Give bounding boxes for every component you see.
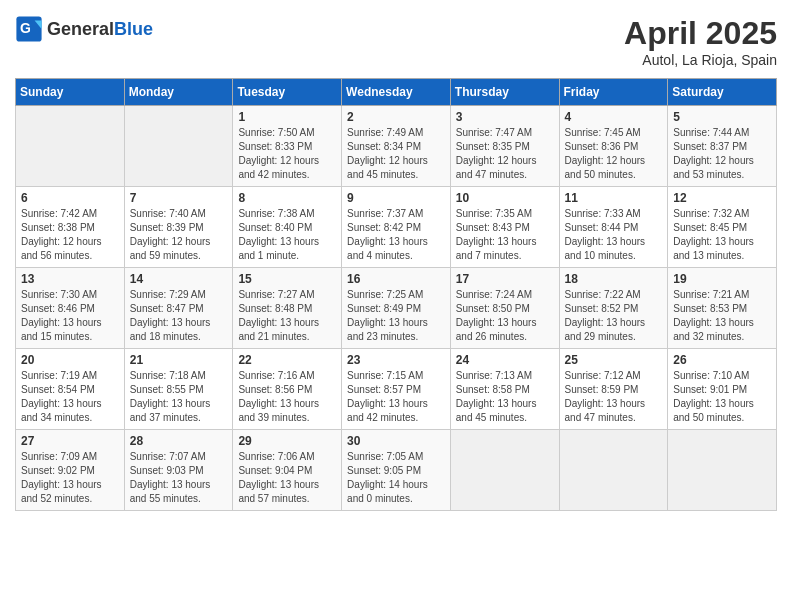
calendar-cell: 11Sunrise: 7:33 AM Sunset: 8:44 PM Dayli… [559,187,668,268]
calendar-header-cell: Monday [124,79,233,106]
calendar-cell: 26Sunrise: 7:10 AM Sunset: 9:01 PM Dayli… [668,349,777,430]
calendar-cell: 8Sunrise: 7:38 AM Sunset: 8:40 PM Daylig… [233,187,342,268]
calendar-cell: 10Sunrise: 7:35 AM Sunset: 8:43 PM Dayli… [450,187,559,268]
day-info: Sunrise: 7:33 AM Sunset: 8:44 PM Dayligh… [565,207,663,263]
day-number: 13 [21,272,119,286]
day-number: 26 [673,353,771,367]
calendar-cell: 14Sunrise: 7:29 AM Sunset: 8:47 PM Dayli… [124,268,233,349]
calendar-week-row: 6Sunrise: 7:42 AM Sunset: 8:38 PM Daylig… [16,187,777,268]
day-number: 12 [673,191,771,205]
day-number: 17 [456,272,554,286]
logo-icon: G [15,15,43,43]
calendar-cell: 9Sunrise: 7:37 AM Sunset: 8:42 PM Daylig… [342,187,451,268]
calendar-body: 1Sunrise: 7:50 AM Sunset: 8:33 PM Daylig… [16,106,777,511]
day-number: 11 [565,191,663,205]
calendar-cell: 1Sunrise: 7:50 AM Sunset: 8:33 PM Daylig… [233,106,342,187]
day-info: Sunrise: 7:16 AM Sunset: 8:56 PM Dayligh… [238,369,336,425]
calendar-cell: 15Sunrise: 7:27 AM Sunset: 8:48 PM Dayli… [233,268,342,349]
day-number: 23 [347,353,445,367]
calendar-cell [668,430,777,511]
calendar-cell: 6Sunrise: 7:42 AM Sunset: 8:38 PM Daylig… [16,187,125,268]
location-title: Autol, La Rioja, Spain [624,52,777,68]
day-info: Sunrise: 7:09 AM Sunset: 9:02 PM Dayligh… [21,450,119,506]
calendar-cell: 12Sunrise: 7:32 AM Sunset: 8:45 PM Dayli… [668,187,777,268]
day-info: Sunrise: 7:13 AM Sunset: 8:58 PM Dayligh… [456,369,554,425]
calendar-cell: 22Sunrise: 7:16 AM Sunset: 8:56 PM Dayli… [233,349,342,430]
day-number: 15 [238,272,336,286]
calendar-cell [124,106,233,187]
day-number: 27 [21,434,119,448]
calendar-header-cell: Wednesday [342,79,451,106]
calendar-week-row: 20Sunrise: 7:19 AM Sunset: 8:54 PM Dayli… [16,349,777,430]
calendar-week-row: 13Sunrise: 7:30 AM Sunset: 8:46 PM Dayli… [16,268,777,349]
calendar-cell: 25Sunrise: 7:12 AM Sunset: 8:59 PM Dayli… [559,349,668,430]
day-number: 22 [238,353,336,367]
day-info: Sunrise: 7:10 AM Sunset: 9:01 PM Dayligh… [673,369,771,425]
day-number: 8 [238,191,336,205]
calendar-cell: 21Sunrise: 7:18 AM Sunset: 8:55 PM Dayli… [124,349,233,430]
calendar-cell: 18Sunrise: 7:22 AM Sunset: 8:52 PM Dayli… [559,268,668,349]
day-number: 25 [565,353,663,367]
day-number: 10 [456,191,554,205]
calendar-cell: 23Sunrise: 7:15 AM Sunset: 8:57 PM Dayli… [342,349,451,430]
calendar-cell: 17Sunrise: 7:24 AM Sunset: 8:50 PM Dayli… [450,268,559,349]
calendar-cell: 16Sunrise: 7:25 AM Sunset: 8:49 PM Dayli… [342,268,451,349]
calendar-cell: 2Sunrise: 7:49 AM Sunset: 8:34 PM Daylig… [342,106,451,187]
calendar-header-row: SundayMondayTuesdayWednesdayThursdayFrid… [16,79,777,106]
day-info: Sunrise: 7:40 AM Sunset: 8:39 PM Dayligh… [130,207,228,263]
day-info: Sunrise: 7:42 AM Sunset: 8:38 PM Dayligh… [21,207,119,263]
logo-general: General [47,19,114,39]
day-number: 4 [565,110,663,124]
day-info: Sunrise: 7:47 AM Sunset: 8:35 PM Dayligh… [456,126,554,182]
day-number: 18 [565,272,663,286]
day-number: 1 [238,110,336,124]
day-info: Sunrise: 7:30 AM Sunset: 8:46 PM Dayligh… [21,288,119,344]
day-number: 16 [347,272,445,286]
calendar-header-cell: Friday [559,79,668,106]
day-info: Sunrise: 7:21 AM Sunset: 8:53 PM Dayligh… [673,288,771,344]
day-info: Sunrise: 7:27 AM Sunset: 8:48 PM Dayligh… [238,288,336,344]
day-number: 9 [347,191,445,205]
calendar-header-cell: Sunday [16,79,125,106]
day-number: 28 [130,434,228,448]
day-number: 7 [130,191,228,205]
calendar-cell: 13Sunrise: 7:30 AM Sunset: 8:46 PM Dayli… [16,268,125,349]
day-info: Sunrise: 7:25 AM Sunset: 8:49 PM Dayligh… [347,288,445,344]
day-info: Sunrise: 7:05 AM Sunset: 9:05 PM Dayligh… [347,450,445,506]
calendar-week-row: 1Sunrise: 7:50 AM Sunset: 8:33 PM Daylig… [16,106,777,187]
day-info: Sunrise: 7:50 AM Sunset: 8:33 PM Dayligh… [238,126,336,182]
day-info: Sunrise: 7:18 AM Sunset: 8:55 PM Dayligh… [130,369,228,425]
calendar-cell [16,106,125,187]
day-info: Sunrise: 7:49 AM Sunset: 8:34 PM Dayligh… [347,126,445,182]
day-info: Sunrise: 7:19 AM Sunset: 8:54 PM Dayligh… [21,369,119,425]
month-title: April 2025 [624,15,777,52]
day-info: Sunrise: 7:12 AM Sunset: 8:59 PM Dayligh… [565,369,663,425]
day-info: Sunrise: 7:24 AM Sunset: 8:50 PM Dayligh… [456,288,554,344]
day-number: 2 [347,110,445,124]
day-info: Sunrise: 7:29 AM Sunset: 8:47 PM Dayligh… [130,288,228,344]
day-info: Sunrise: 7:06 AM Sunset: 9:04 PM Dayligh… [238,450,336,506]
calendar-cell [559,430,668,511]
day-info: Sunrise: 7:07 AM Sunset: 9:03 PM Dayligh… [130,450,228,506]
calendar-header-cell: Thursday [450,79,559,106]
day-number: 14 [130,272,228,286]
calendar-cell: 30Sunrise: 7:05 AM Sunset: 9:05 PM Dayli… [342,430,451,511]
day-info: Sunrise: 7:38 AM Sunset: 8:40 PM Dayligh… [238,207,336,263]
calendar-cell: 7Sunrise: 7:40 AM Sunset: 8:39 PM Daylig… [124,187,233,268]
day-info: Sunrise: 7:45 AM Sunset: 8:36 PM Dayligh… [565,126,663,182]
day-number: 24 [456,353,554,367]
calendar-cell: 5Sunrise: 7:44 AM Sunset: 8:37 PM Daylig… [668,106,777,187]
day-number: 20 [21,353,119,367]
calendar-table: SundayMondayTuesdayWednesdayThursdayFrid… [15,78,777,511]
calendar-week-row: 27Sunrise: 7:09 AM Sunset: 9:02 PM Dayli… [16,430,777,511]
calendar-cell: 20Sunrise: 7:19 AM Sunset: 8:54 PM Dayli… [16,349,125,430]
title-area: April 2025 Autol, La Rioja, Spain [624,15,777,68]
calendar-header-cell: Tuesday [233,79,342,106]
calendar-cell: 27Sunrise: 7:09 AM Sunset: 9:02 PM Dayli… [16,430,125,511]
calendar-cell: 28Sunrise: 7:07 AM Sunset: 9:03 PM Dayli… [124,430,233,511]
page-header: G GeneralBlue April 2025 Autol, La Rioja… [15,15,777,68]
day-info: Sunrise: 7:32 AM Sunset: 8:45 PM Dayligh… [673,207,771,263]
day-number: 30 [347,434,445,448]
day-info: Sunrise: 7:44 AM Sunset: 8:37 PM Dayligh… [673,126,771,182]
calendar-cell: 29Sunrise: 7:06 AM Sunset: 9:04 PM Dayli… [233,430,342,511]
